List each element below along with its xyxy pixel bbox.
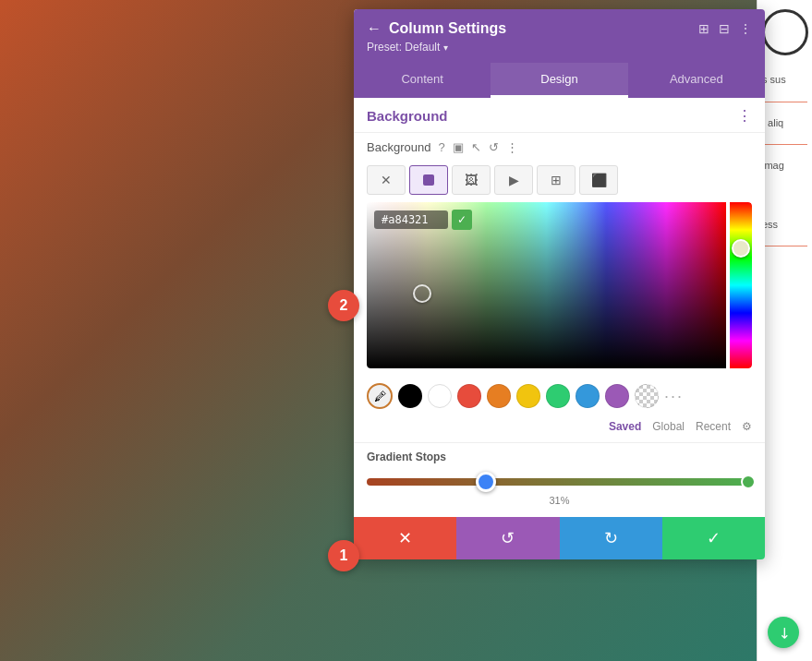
saved-global-recent-row: Saved Global Recent ⚙ — [354, 416, 765, 442]
gradient-end-handle[interactable] — [741, 475, 756, 489]
gradient-track — [367, 478, 752, 486]
section-title: Background — [367, 108, 448, 124]
tab-design[interactable]: Design — [491, 63, 627, 98]
panel-header: ← Column Settings ⊞ ⊟ ⋮ Preset: Default — [354, 9, 765, 63]
svg-rect-0 — [423, 174, 434, 186]
saved-link[interactable]: Saved — [609, 420, 641, 433]
column-settings-panel: ← Column Settings ⊞ ⊟ ⋮ Preset: Default … — [354, 9, 765, 559]
partial-divider-2 — [762, 144, 807, 145]
bg-type-pattern[interactable]: ⊞ — [537, 165, 576, 195]
panel-header-icons: ⊞ ⊟ ⋮ — [698, 21, 752, 36]
undo-icon[interactable]: ↺ — [489, 140, 499, 154]
gradient-thumb[interactable] — [476, 472, 496, 492]
background-label: Background — [367, 140, 430, 154]
more-icon[interactable]: ⋮ — [739, 21, 752, 36]
step-1-circle: 1 — [328, 540, 359, 571]
bg-type-video[interactable]: ▶ — [494, 165, 533, 195]
tab-advanced[interactable]: Advanced — [628, 63, 765, 98]
back-arrow-icon[interactable]: ← — [367, 20, 382, 37]
swatches-settings-icon[interactable]: ⚙ — [742, 420, 752, 433]
cancel-button[interactable]: ✕ — [354, 517, 456, 559]
confirm-button[interactable]: ✓ — [662, 517, 765, 559]
partial-text-4: ess — [762, 217, 807, 234]
gradient-stops-section: Gradient Stops 31% — [354, 442, 765, 517]
color-picker-area[interactable]: ✓ — [367, 202, 752, 368]
partial-text-1: s sus — [762, 72, 807, 89]
panel-tabs: Content Design Advanced — [354, 63, 765, 98]
gradient-percent: 31% — [367, 495, 752, 506]
gradient-stops-label: Gradient Stops — [367, 451, 752, 463]
panel-title-row: ← Column Settings — [367, 20, 506, 37]
swatch-green[interactable] — [546, 384, 570, 408]
color-hex-row: ✓ — [374, 210, 472, 230]
bg-type-image[interactable]: 🖼 — [452, 165, 491, 195]
partial-divider-1 — [762, 102, 807, 102]
preset-selector[interactable]: Preset: Default — [367, 41, 752, 54]
redo-button[interactable]: ↻ — [560, 517, 662, 559]
partial-text-2: : aliq — [762, 115, 807, 132]
bg-type-color[interactable] — [409, 165, 448, 195]
hex-input[interactable] — [374, 210, 448, 229]
pointer-icon[interactable]: ↖ — [471, 140, 481, 154]
color-cursor[interactable] — [413, 284, 431, 303]
swatch-yellow[interactable] — [516, 384, 540, 408]
help-arrow-icon: ↙ — [773, 622, 794, 643]
section-menu-icon[interactable]: ⋮ — [737, 107, 752, 125]
help-icon[interactable]: ? — [438, 140, 444, 154]
hue-handle[interactable] — [732, 239, 750, 258]
section-header: Background ⋮ — [354, 98, 765, 133]
expand-icon[interactable]: ⊞ — [698, 21, 709, 36]
swatch-red[interactable] — [457, 384, 481, 408]
gradient-slider-container[interactable] — [367, 473, 752, 491]
recent-link[interactable]: Recent — [696, 420, 731, 433]
partial-divider-3 — [762, 246, 807, 246]
columns-icon[interactable]: ⊟ — [719, 21, 730, 36]
bg-type-none[interactable]: ✕ — [367, 165, 406, 195]
bg-type-map[interactable]: ⬛ — [579, 165, 618, 195]
swatch-white[interactable] — [428, 384, 452, 408]
help-badge[interactable]: ↙ — [768, 617, 799, 648]
tab-content[interactable]: Content — [354, 63, 491, 98]
partial-circle — [762, 9, 808, 55]
device-icon[interactable]: ▣ — [453, 140, 464, 154]
background-toolbar: Background ? ▣ ↖ ↺ ⋮ — [354, 133, 765, 162]
panel-title: Column Settings — [389, 20, 506, 37]
hex-confirm-button[interactable]: ✓ — [452, 210, 472, 230]
swatches-row: 🖉 ··· — [354, 376, 765, 416]
partial-text-3: imag — [762, 158, 807, 174]
action-bar: ✕ ↺ ↻ ✓ — [354, 517, 765, 559]
hue-slider[interactable] — [730, 202, 752, 368]
step-2-circle: 2 — [328, 290, 359, 321]
swatch-black[interactable] — [398, 384, 422, 408]
reset-button[interactable]: ↺ — [456, 517, 559, 559]
toolbar-more-icon[interactable]: ⋮ — [506, 140, 518, 154]
eyedropper-button[interactable]: 🖉 — [367, 383, 393, 409]
swatch-purple[interactable] — [605, 384, 629, 408]
swatch-transparent[interactable] — [635, 384, 659, 408]
swatch-blue[interactable] — [576, 384, 600, 408]
global-link[interactable]: Global — [652, 420, 685, 433]
background-type-row: ✕ 🖼 ▶ ⊞ ⬛ — [354, 162, 765, 202]
swatch-orange[interactable] — [487, 384, 511, 408]
right-sidebar-partial: s sus : aliq imag ess — [757, 0, 812, 661]
more-swatches-button[interactable]: ··· — [664, 387, 684, 406]
panel-header-top: ← Column Settings ⊞ ⊟ ⋮ — [367, 20, 752, 37]
